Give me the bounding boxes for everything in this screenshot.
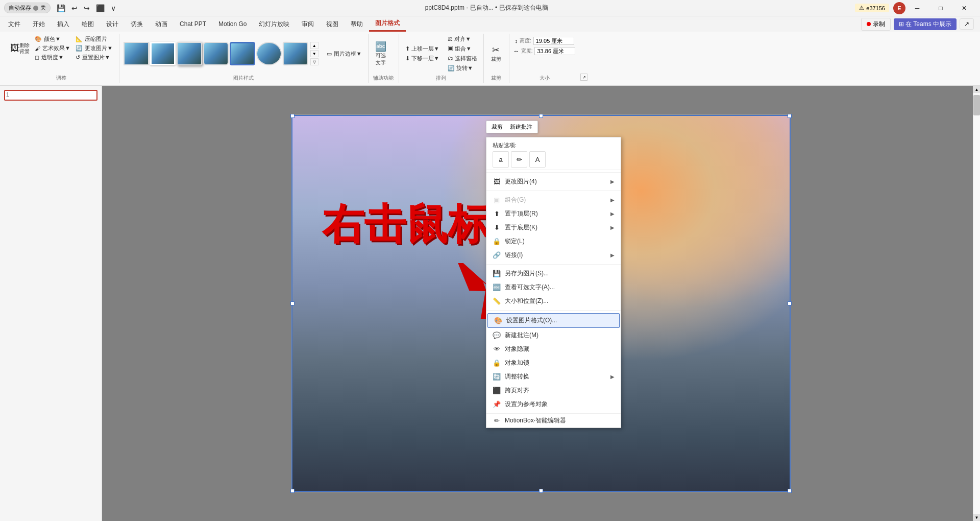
change-pic-button[interactable]: 🔄更改图片▼ [74, 44, 115, 53]
tab-home[interactable]: 开始 [27, 16, 51, 32]
alt-text-ctx-icon: 🔤 [493, 283, 501, 292]
picture-border-button[interactable]: ▭图片边框▼ [325, 50, 364, 58]
scroll-track[interactable] [973, 93, 980, 514]
rotate-button[interactable]: 🔄 旋转▼ [446, 64, 479, 73]
mt-comment-btn[interactable]: 新建批注 [507, 122, 535, 132]
ctx-save-as-pic[interactable]: 💾 另存为图片(S)... [486, 267, 621, 280]
ctx-format-picture[interactable]: 🎨 设置图片格式(O)... [487, 313, 620, 328]
ctx-lock-obj[interactable]: 🔒 对象加锁 [486, 356, 621, 370]
redo-button[interactable]: ↪ [82, 3, 92, 13]
tab-view[interactable]: 视图 [320, 16, 345, 32]
bring-forward-button[interactable]: ⬆ 上移一层▼ [403, 44, 442, 53]
crop-button[interactable]: ✂ 裁剪 [488, 43, 504, 64]
ctx-bring-front[interactable]: ⬆ 置于顶层(R) ▶ [486, 207, 621, 221]
autosave-toggle[interactable]: 自动保存 关 [4, 3, 51, 13]
styles-scroll-down[interactable]: ▼ [310, 50, 318, 57]
ctx-group[interactable]: ▣ 组合(G) ▶ [486, 193, 621, 207]
tab-picture-format[interactable]: 图片格式 [369, 16, 406, 32]
paste-options-section: 粘贴选项: a ✏ A [486, 137, 621, 173]
scroll-down-btn[interactable]: ▼ [973, 514, 980, 521]
paste-btn-3[interactable]: A [529, 151, 546, 168]
title-bar: 自动保存 关 💾 ↩ ↪ ⬛ ∨ pptC8D4.pptm - 已自动... •… [0, 0, 980, 16]
height-input[interactable] [533, 37, 574, 45]
save-button[interactable]: 💾 [55, 3, 67, 13]
change-pic-label: 更改图片(4) [505, 177, 606, 186]
pic-style-7[interactable] [283, 42, 308, 66]
scroll-thumb[interactable] [973, 95, 980, 115]
canvas-area[interactable]: 右击鼠标 裁剪 新建批注 [102, 86, 980, 521]
tab-draw[interactable]: 绘图 [76, 16, 100, 32]
send-backward-button[interactable]: ⬇ 下移一层▼ [403, 54, 442, 63]
present-button[interactable]: ⬛ [94, 3, 107, 13]
group-button[interactable]: ▣ 组合▼ [446, 44, 479, 53]
styles-expand[interactable]: ▽ [310, 58, 318, 65]
bring-front-arrow: ▶ [610, 211, 615, 217]
color-button[interactable]: 🎨颜色▼ [33, 35, 72, 43]
tab-motion-go[interactable]: Motion Go [212, 16, 253, 32]
reset-pic-button[interactable]: ↺重置图片▼ [74, 53, 115, 62]
pic-style-2[interactable] [150, 42, 176, 65]
tab-slideshow[interactable]: 幻灯片放映 [253, 16, 296, 32]
maximize-button[interactable]: □ [929, 0, 952, 16]
width-input[interactable] [534, 47, 575, 55]
ctx-alt-text[interactable]: 🔤 查看可选文字(A)... [486, 280, 621, 294]
pic-style-1[interactable] [124, 42, 149, 65]
slide-thumbnail-1[interactable]: 1 右击鼠标 [4, 90, 97, 101]
compress-button[interactable]: 📐压缩图片 [74, 35, 115, 43]
right-scrollbar: ▲ ▼ [973, 86, 980, 521]
tab-help[interactable]: 帮助 [345, 16, 369, 32]
picture-styles-group: ▲ ▼ ▽ ▭图片边框▼ 图片样式 [119, 34, 369, 83]
ctx-link[interactable]: 🔗 链接(I) ▶ [486, 248, 621, 262]
arrange-content: ⬆ 上移一层▼ ⬇ 下移一层▼ ⚖ 对齐▼ ▣ 组合▼ 🗂 选择窗格 🔄 旋转▼ [403, 35, 479, 73]
motionbox-icon: ✏ [493, 417, 501, 425]
record-dot [867, 22, 871, 26]
tab-animations[interactable]: 动画 [149, 16, 174, 32]
tab-file[interactable]: 文件 [2, 16, 27, 32]
align-button[interactable]: ⚖ 对齐▼ [446, 35, 479, 43]
ctx-send-back[interactable]: ⬇ 置于底层(K) ▶ [486, 221, 621, 234]
tab-chat-ppt[interactable]: Chat PPT [174, 16, 212, 32]
paste-btn-1[interactable]: a [493, 151, 509, 168]
size-expand-button[interactable]: ↗ [580, 74, 587, 81]
record-button[interactable]: 录制 [861, 18, 891, 31]
pic-style-4[interactable] [203, 42, 229, 65]
tab-design[interactable]: 设计 [100, 16, 125, 32]
ctx-section-2: ▣ 组合(G) ▶ ⬆ 置于顶层(R) ▶ ⬇ 置于底层(K) ▶ 🔒 锁定(L… [486, 191, 621, 265]
pic-style-5[interactable] [230, 42, 255, 65]
close-button[interactable]: ✕ [952, 0, 976, 16]
arrange-group-label: 排列 [403, 74, 479, 82]
user-avatar[interactable]: E [893, 2, 905, 14]
transparency-button[interactable]: ◻透明度▼ [33, 53, 72, 62]
ctx-cross-page[interactable]: ⬛ 跨页对齐 [486, 384, 621, 397]
mini-toolbar: 裁剪 新建批注 [486, 121, 538, 133]
minimize-button[interactable]: ─ [905, 0, 929, 16]
ctx-size-pos[interactable]: 📏 大小和位置(Z)... [486, 294, 621, 308]
ctx-motionbox[interactable]: ✏ MotionBox·智能编辑器 [486, 414, 621, 428]
tab-transitions[interactable]: 切换 [125, 16, 149, 32]
pic-style-6[interactable] [256, 42, 282, 65]
ctx-lock[interactable]: 🔒 锁定(L) [486, 234, 621, 248]
remove-bg-button[interactable]: 🖼 删除背景 [8, 41, 32, 56]
mt-crop-btn[interactable]: 裁剪 [488, 122, 506, 132]
more-button[interactable]: ∨ [109, 3, 118, 13]
paste-btn-2[interactable]: ✏ [511, 151, 527, 168]
tab-insert[interactable]: 插入 [51, 16, 76, 32]
tab-review[interactable]: 审阅 [296, 16, 320, 32]
art-effects-button[interactable]: 🖌艺术效果▼ [33, 44, 72, 53]
ctx-hide-obj[interactable]: 👁 对象隐藏 [486, 342, 621, 356]
ctx-new-comment[interactable]: 💬 新建批注(M) [486, 328, 621, 342]
alt-text-button[interactable]: 🔤 可选文字 [373, 40, 389, 67]
share-button[interactable]: ↗ [960, 18, 974, 30]
ctx-transform[interactable]: 🔄 调整转换 ▶ [486, 370, 621, 384]
ctx-set-reference[interactable]: 📌 设置为参考对象 [486, 397, 621, 411]
hide-obj-label: 对象隐藏 [505, 345, 615, 353]
ctx-section-5: ✏ MotionBox·智能编辑器 [486, 414, 621, 428]
styles-scroll-up[interactable]: ▲ [310, 42, 318, 49]
ctx-change-pic[interactable]: 🖼 更改图片(4) ▶ [486, 175, 621, 188]
undo-button[interactable]: ↩ [69, 3, 80, 13]
select-pane-button[interactable]: 🗂 选择窗格 [446, 54, 479, 63]
lock-obj-label: 对象加锁 [505, 359, 615, 367]
scroll-up-btn[interactable]: ▲ [973, 86, 980, 93]
pic-style-3[interactable] [177, 42, 202, 65]
teams-button[interactable]: ⊞ 在 Teams 中展示 [894, 18, 957, 30]
